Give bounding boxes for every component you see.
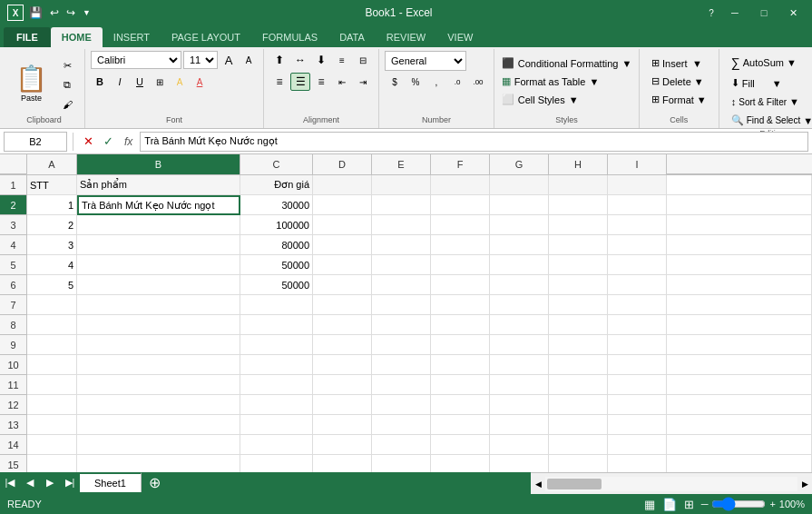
row-header-7[interactable]: 7 <box>0 295 27 315</box>
confirm-formula-btn[interactable]: ✓ <box>99 133 117 151</box>
cell-H14[interactable] <box>549 435 608 455</box>
bottom-align-btn[interactable]: ⬇ <box>311 51 331 69</box>
cell-D15[interactable] <box>313 455 372 472</box>
row-header-6[interactable]: 6 <box>0 275 27 295</box>
h-scroll-track[interactable] <box>545 477 797 491</box>
col-header-h[interactable]: H <box>549 154 608 174</box>
cell-G14[interactable] <box>490 435 549 455</box>
cell-D4[interactable] <box>313 235 372 255</box>
cell-E8[interactable] <box>372 315 431 335</box>
zoom-slider[interactable] <box>711 497 766 511</box>
cell-C3[interactable]: 100000 <box>240 215 313 235</box>
h-scroll-right[interactable]: ▶ <box>797 477 812 491</box>
cell-C8[interactable] <box>240 315 313 335</box>
cancel-formula-btn[interactable]: ✕ <box>79 133 97 151</box>
cell-D9[interactable] <box>313 335 372 355</box>
cell-I7[interactable] <box>608 295 667 315</box>
font-color-button[interactable]: A <box>191 73 209 91</box>
row-header-5[interactable]: 5 <box>0 255 27 275</box>
cell-E6[interactable] <box>372 275 431 295</box>
sheet-nav-last[interactable]: ▶| <box>60 472 80 492</box>
cell-H15[interactable] <box>549 455 608 472</box>
cell-A5[interactable]: 4 <box>27 255 77 275</box>
cell-C11[interactable] <box>240 375 313 395</box>
cell-H2[interactable] <box>549 195 608 215</box>
italic-button[interactable]: I <box>111 73 129 91</box>
row-header-11[interactable]: 11 <box>0 375 27 395</box>
cell-G2[interactable] <box>490 195 549 215</box>
underline-button[interactable]: U <box>131 73 149 91</box>
cell-C2[interactable]: 30000 <box>240 195 313 215</box>
cell-E3[interactable] <box>372 215 431 235</box>
row-header-1[interactable]: 1 <box>0 175 27 195</box>
cell-E5[interactable] <box>372 255 431 275</box>
cell-D8[interactable] <box>313 315 372 335</box>
cell-F13[interactable] <box>431 415 490 435</box>
font-size-select[interactable]: 11 <box>183 51 218 69</box>
col-header-e[interactable]: E <box>372 154 431 174</box>
cell-A4[interactable]: 3 <box>27 235 77 255</box>
top-align-btn[interactable]: ⬆ <box>269 51 289 69</box>
cell-G8[interactable] <box>490 315 549 335</box>
fill-color-button[interactable]: A <box>171 73 189 91</box>
cell-reference-input[interactable] <box>4 132 67 152</box>
border-button[interactable]: ⊞ <box>151 73 169 91</box>
cell-E13[interactable] <box>372 415 431 435</box>
cell-D11[interactable] <box>313 375 372 395</box>
cell-E7[interactable] <box>372 295 431 315</box>
cell-H7[interactable] <box>549 295 608 315</box>
row-header-8[interactable]: 8 <box>0 315 27 335</box>
cell-B14[interactable] <box>77 435 240 455</box>
cell-B11[interactable] <box>77 375 240 395</box>
cell-C5[interactable]: 50000 <box>240 255 313 275</box>
page-layout-btn[interactable]: 📄 <box>662 498 677 511</box>
cell-A9[interactable] <box>27 335 77 355</box>
row-header-4[interactable]: 4 <box>0 235 27 255</box>
normal-view-btn[interactable]: ▦ <box>644 498 655 511</box>
cell-I13[interactable] <box>608 415 667 435</box>
decrease-decimal-btn[interactable]: .00 <box>468 73 488 91</box>
cell-C10[interactable] <box>240 355 313 375</box>
currency-btn[interactable]: $ <box>385 73 405 91</box>
cell-I10[interactable] <box>608 355 667 375</box>
col-header-i[interactable]: I <box>608 154 667 174</box>
cell-D5[interactable] <box>313 255 372 275</box>
tab-insert[interactable]: INSERT <box>103 27 161 47</box>
cell-H13[interactable] <box>549 415 608 435</box>
cell-I14[interactable] <box>608 435 667 455</box>
cell-H8[interactable] <box>549 315 608 335</box>
cell-C4[interactable]: 80000 <box>240 235 313 255</box>
find-select-button[interactable]: 🔍 Find & Select ▼ <box>725 112 812 129</box>
insert-cells-button[interactable]: ⊞ Insert ▼ <box>645 54 709 72</box>
row-header-15[interactable]: 15 <box>0 455 27 472</box>
cell-F7[interactable] <box>431 295 490 315</box>
cell-G13[interactable] <box>490 415 549 435</box>
cell-A8[interactable] <box>27 315 77 335</box>
cell-D13[interactable] <box>313 415 372 435</box>
format-cells-button[interactable]: ⊞ Format ▼ <box>645 91 713 108</box>
cell-I3[interactable] <box>608 215 667 235</box>
col-header-c[interactable]: C <box>240 154 313 174</box>
formula-input[interactable] <box>140 132 808 152</box>
cell-A3[interactable]: 2 <box>27 215 77 235</box>
cell-A14[interactable] <box>27 435 77 455</box>
row-header-14[interactable]: 14 <box>0 435 27 455</box>
cell-B5[interactable] <box>77 255 240 275</box>
cell-D7[interactable] <box>313 295 372 315</box>
cell-A15[interactable] <box>27 455 77 472</box>
delete-cells-button[interactable]: ⊟ Delete ▼ <box>645 73 710 90</box>
cell-C6[interactable]: 50000 <box>240 275 313 295</box>
cell-D14[interactable] <box>313 435 372 455</box>
maximize-btn[interactable]: □ <box>752 0 776 25</box>
cell-F10[interactable] <box>431 355 490 375</box>
cell-I6[interactable] <box>608 275 667 295</box>
cell-A6[interactable]: 5 <box>27 275 77 295</box>
add-sheet-button[interactable]: ⊕ <box>145 472 165 492</box>
cell-I11[interactable] <box>608 375 667 395</box>
cell-B1[interactable]: Sản phẩm <box>77 175 240 195</box>
merge-center-btn[interactable]: ⊟ <box>353 51 373 69</box>
cell-F9[interactable] <box>431 335 490 355</box>
cell-D6[interactable] <box>313 275 372 295</box>
cell-styles-button[interactable]: ⬜ Cell Styles ▼ <box>495 91 585 108</box>
cell-F15[interactable] <box>431 455 490 472</box>
